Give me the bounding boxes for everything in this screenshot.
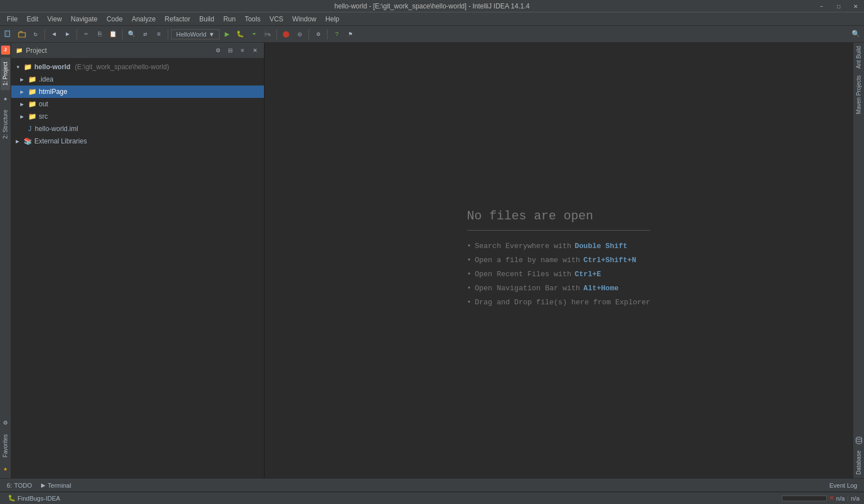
tree-item-external-libs[interactable]: ▶ 📚 External Libraries: [11, 135, 264, 147]
findbugs-icon: 🐛: [8, 494, 16, 502]
menu-file[interactable]: File: [2, 12, 22, 25]
sidebar-item-project[interactable]: 1: Project: [1, 57, 10, 90]
tree-item-htmlpage[interactable]: ▶ 📁 htmlPage: [11, 86, 264, 98]
favorites-icon[interactable]: ★: [1, 93, 11, 104]
run-config-selector[interactable]: HelloWorld ▼: [171, 29, 220, 39]
project-settings-btn[interactable]: ⚙: [213, 46, 222, 55]
hint-3: • Open Recent Files with Ctrl+E: [467, 270, 651, 278]
event-log-tab[interactable]: Event Log: [827, 482, 859, 489]
sync-btn[interactable]: ↻: [29, 28, 42, 40]
maven-projects-tab[interactable]: Maven Projects: [854, 72, 863, 118]
editor-area: No files are open • Search Everywhere wi…: [265, 43, 853, 478]
coverage-button[interactable]: ☂: [248, 28, 260, 40]
bottom-right: Event Log: [827, 482, 859, 489]
hint-2-text: Open a file by name with: [474, 256, 580, 264]
replace-btn[interactable]: ⇄: [139, 28, 151, 40]
ant-build-tab[interactable]: Ant Build: [854, 43, 863, 72]
hint-1-key: Double Shift: [575, 242, 628, 250]
hint-5: • Drag and Drop file(s) here from Explor…: [467, 298, 651, 307]
tree-item-iml[interactable]: ▶ J hello-world.iml: [11, 123, 264, 135]
toolbar-sep-3: [122, 29, 123, 39]
minimize-button[interactable]: −: [813, 0, 830, 12]
project-collapse-btn[interactable]: ⊟: [226, 46, 235, 55]
idea-name: .idea: [39, 75, 53, 83]
todo-tab[interactable]: 6: TODO: [5, 482, 34, 489]
progress-bar: [782, 496, 827, 501]
window-controls: − □ ✕: [813, 0, 864, 12]
sidebar-item-favorites[interactable]: Favorites: [1, 430, 10, 462]
tree-root[interactable]: ▼ 📁 hello-world (E:\git_work_space\hello…: [11, 61, 264, 73]
toolbar-sep-6: [308, 29, 309, 39]
project-panel: 📁 Project ⚙ ⊟ ≡ ✕ ▼ 📁 hello-world (E:\gi…: [11, 43, 265, 478]
search-everywhere-btn[interactable]: 🔍: [849, 28, 862, 40]
back-btn[interactable]: ◄: [48, 28, 60, 40]
menu-refactor[interactable]: Refactor: [160, 12, 195, 25]
toolbar-sep-4: [168, 29, 168, 39]
maximize-button[interactable]: □: [830, 0, 847, 12]
menu-help[interactable]: Help: [321, 12, 344, 25]
menu-navigate[interactable]: Navigate: [66, 12, 102, 25]
event-log-label: Event Log: [829, 482, 857, 489]
htmlpage-arrow: ▶: [20, 89, 26, 94]
tree-item-src[interactable]: ▶ 📁 src: [11, 110, 264, 123]
close-button[interactable]: ✕: [847, 0, 864, 12]
help-btn[interactable]: ?: [330, 28, 343, 40]
toolbar-sep-1: [44, 29, 45, 39]
favorites-star-icon[interactable]: ★: [1, 464, 11, 474]
ant-button[interactable]: 🐜: [261, 28, 274, 40]
mute-bp-btn[interactable]: ◎: [293, 28, 306, 40]
no-files-content: No files are open • Search Everywhere wi…: [467, 209, 651, 312]
menu-edit[interactable]: Edit: [22, 12, 43, 25]
project-tree: ▼ 📁 hello-world (E:\git_work_space\hello…: [11, 58, 264, 478]
toggle-bp-btn[interactable]: ⬤: [280, 28, 292, 40]
toolbar-sep-7: [327, 29, 328, 39]
sidebar-bottom-icon[interactable]: ⚙: [1, 418, 11, 428]
window-title: hello-world - [E:\git_work_space\hello-w…: [334, 2, 530, 10]
svg-point-2: [856, 437, 862, 439]
out-arrow: ▶: [20, 102, 26, 107]
idea-arrow: ▶: [20, 77, 26, 82]
iml-file-icon: J: [28, 125, 32, 133]
src-folder-icon: 📁: [28, 112, 37, 120]
forward-btn[interactable]: ►: [61, 28, 74, 40]
menu-vcs[interactable]: VCS: [265, 12, 288, 25]
na-label-2: n/a: [851, 495, 859, 502]
root-arrow: ▼: [16, 65, 21, 70]
menu-analyze[interactable]: Analyze: [127, 12, 160, 25]
menu-run[interactable]: Run: [219, 12, 240, 25]
hint-5-text: Drag and Drop file(s) here from Explorer: [474, 298, 650, 307]
extlibs-arrow: ▶: [16, 139, 21, 144]
find-usages-btn[interactable]: ≡: [153, 28, 165, 40]
attach-debugger-btn[interactable]: ⚙: [312, 28, 324, 40]
menu-code[interactable]: Code: [102, 12, 127, 25]
hint-4-text: Open Navigation Bar with: [474, 284, 580, 292]
open-btn[interactable]: [16, 28, 28, 40]
findbugs-status[interactable]: 🐛 FindBugs-IDEA: [5, 494, 64, 502]
menu-build[interactable]: Build: [195, 12, 219, 25]
project-header: 📁 Project ⚙ ⊟ ≡ ✕: [11, 43, 264, 58]
project-gear-btn[interactable]: ≡: [238, 46, 247, 55]
tree-item-idea[interactable]: ▶ 📁 .idea: [11, 73, 264, 86]
error-indicator: ✕: [829, 494, 834, 502]
cut-btn[interactable]: ✂: [80, 28, 92, 40]
left-sidebar: J 1: Project ★ 2: Structure ⚙ Favorites …: [0, 43, 11, 478]
paste-btn[interactable]: 📋: [107, 28, 119, 40]
find-btn[interactable]: 🔍: [126, 28, 138, 40]
debug-button[interactable]: 🐛: [234, 28, 247, 40]
run-config-name: HelloWorld: [176, 31, 207, 38]
hint-3-key: Ctrl+E: [575, 270, 601, 278]
terminal-tab[interactable]: ▶ Terminal: [39, 482, 74, 489]
inspect-btn[interactable]: ⚑: [344, 28, 356, 40]
database-tab[interactable]: Database: [854, 447, 863, 478]
copy-btn[interactable]: ⎘: [93, 28, 106, 40]
new-project-btn[interactable]: [2, 28, 15, 40]
sidebar-item-structure[interactable]: 2: Structure: [1, 105, 10, 143]
menu-view[interactable]: View: [43, 12, 66, 25]
tree-item-out[interactable]: ▶ 📁 out: [11, 98, 264, 110]
main-content: J 1: Project ★ 2: Structure ⚙ Favorites …: [0, 43, 864, 478]
menu-window[interactable]: Window: [288, 12, 321, 25]
project-close-btn[interactable]: ✕: [250, 46, 259, 55]
menu-tools[interactable]: Tools: [240, 12, 265, 25]
extlibs-name: External Libraries: [34, 137, 87, 145]
run-button[interactable]: ▶: [221, 28, 233, 40]
